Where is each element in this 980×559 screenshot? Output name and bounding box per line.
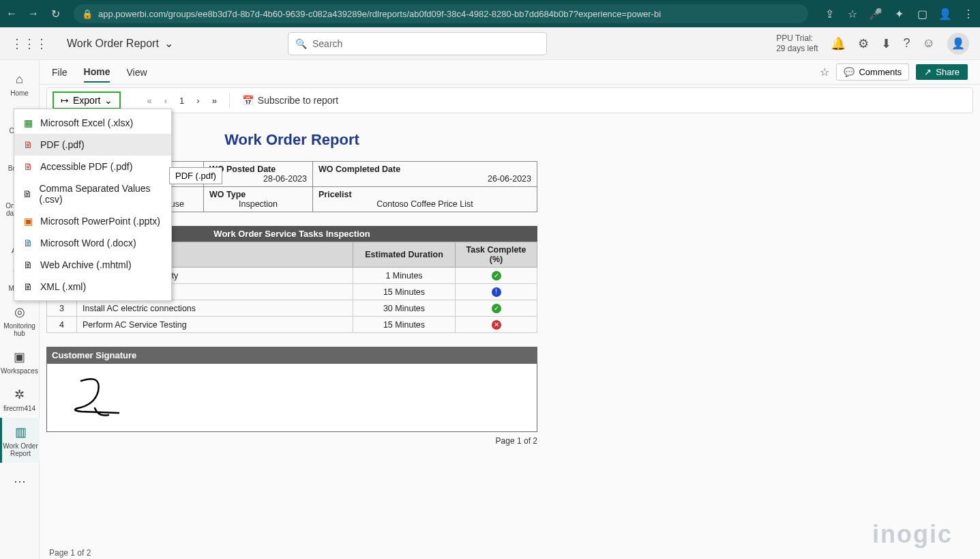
page-title[interactable]: Work Order Report ⌄: [67, 37, 173, 50]
pdf-icon: 🗎: [23, 139, 33, 150]
content-area: File Home View ☆ 💬Comments ↗Share ↦ Expo…: [40, 60, 980, 559]
rail-workspaces[interactable]: ▣Workspaces: [0, 343, 40, 380]
export-csv[interactable]: 🗎Comma Separated Values (.csv): [14, 177, 171, 210]
first-page-icon: «: [147, 96, 151, 106]
url-bar[interactable]: 🔒 app.powerbi.com/groups/ee8b3d7d-8b7d-4…: [74, 4, 808, 23]
favorite-star-icon[interactable]: ☆: [820, 66, 829, 78]
workspaces-icon: ▣: [0, 349, 40, 364]
prev-page-icon: ‹: [164, 96, 167, 106]
tooltip: PDF (.pdf): [169, 167, 222, 184]
check-icon: ✓: [492, 304, 501, 313]
reload-icon[interactable]: ↻: [49, 8, 61, 20]
web-archive-icon: 🗎: [23, 259, 33, 270]
settings-gear-icon[interactable]: ⚙: [858, 36, 869, 51]
inogic-watermark: inogic: [872, 520, 953, 549]
table-row: 3Install AC electric connections30 Minut…: [47, 300, 537, 317]
app-header: ⋮⋮⋮ Work Order Report ⌄ 🔍 Search PPU Tri…: [0, 27, 980, 60]
footer-page-info: Page 1 of 2: [49, 548, 91, 558]
help-icon[interactable]: ?: [904, 36, 910, 51]
pager: « ‹ 1 › »: [147, 96, 216, 106]
page-info: Page 1 of 2: [46, 436, 537, 446]
powerpoint-icon: ▣: [23, 216, 33, 227]
xml-icon: 🗎: [23, 281, 33, 292]
csv-icon: 🗎: [23, 188, 32, 199]
cross-icon: ✕: [492, 320, 501, 330]
tab-view[interactable]: View: [126, 63, 147, 82]
forward-icon[interactable]: →: [27, 8, 40, 20]
feedback-icon[interactable]: ☺: [923, 36, 935, 51]
signature-box: [46, 364, 537, 432]
export-docx[interactable]: 🗎Microsoft Word (.docx): [14, 232, 171, 254]
tab-file[interactable]: File: [52, 63, 68, 82]
word-icon: 🗎: [23, 238, 33, 248]
export-pptx[interactable]: ▣Microsoft PowerPoint (.pptx): [14, 210, 171, 232]
pdf-icon: 🗎: [23, 161, 33, 172]
tab-icon[interactable]: ▢: [916, 8, 928, 20]
last-page-icon[interactable]: »: [212, 96, 217, 106]
trial-info[interactable]: PPU Trial: 29 days left: [776, 33, 818, 53]
share-button[interactable]: ↗Share: [916, 64, 968, 80]
subscribe-button[interactable]: 📅 Subscribe to report: [242, 95, 338, 106]
separator: [229, 93, 230, 108]
signature-header: Customer Signature: [46, 347, 537, 364]
workspace-item-icon: ✲: [0, 387, 40, 402]
rail-monitoring[interactable]: ◎Monitoring hub: [0, 298, 40, 343]
url-text: app.powerbi.com/groups/ee8b3d7d-8b7d-4b6…: [98, 9, 661, 19]
export-label: Export: [73, 95, 100, 106]
export-accessible-pdf[interactable]: 🗎Accessible PDF (.pdf): [14, 156, 171, 177]
export-xlsx[interactable]: ▦Microsoft Excel (.xlsx): [14, 112, 171, 134]
export-menu: ▦Microsoft Excel (.xlsx) 🗎PDF (.pdf) 🗎Ac…: [14, 109, 172, 301]
avatar[interactable]: 👤: [947, 33, 969, 55]
share-page-icon[interactable]: ⇪: [823, 8, 835, 20]
page-title-text: Work Order Report: [67, 38, 159, 50]
download-icon[interactable]: ⬇: [881, 36, 891, 51]
monitor-icon: ◎: [0, 304, 40, 319]
bookmark-star-icon[interactable]: ☆: [846, 8, 859, 20]
back-icon[interactable]: ←: [5, 8, 18, 20]
comment-icon: 💬: [844, 67, 855, 77]
mic-icon[interactable]: 🎤: [870, 8, 882, 20]
export-pdf[interactable]: 🗎PDF (.pdf): [14, 134, 171, 156]
profile-icon[interactable]: 👤: [939, 8, 951, 20]
ellipsis-icon: ⋯: [0, 474, 40, 489]
check-icon: ✓: [492, 271, 501, 281]
export-icon: ↦: [61, 95, 69, 106]
extensions-icon[interactable]: ✦: [893, 8, 905, 20]
export-button[interactable]: ↦ Export ⌄: [53, 91, 121, 109]
chevron-down-icon: ⌄: [104, 95, 113, 106]
rail-work-order-report[interactable]: ▥Work Order Report: [0, 418, 40, 463]
rail-home[interactable]: ⌂Home: [0, 66, 40, 102]
lock-icon: 🔒: [82, 9, 93, 19]
search-icon: 🔍: [295, 38, 307, 49]
excel-icon: ▦: [23, 117, 33, 128]
kebab-menu-icon[interactable]: ⋮: [962, 8, 975, 20]
rail-more[interactable]: ⋯: [0, 467, 40, 497]
tab-home[interactable]: Home: [84, 62, 110, 83]
rail-firecrm[interactable]: ✲firecrm414: [0, 380, 40, 418]
browser-bar: ← → ↻ 🔒 app.powerbi.com/groups/ee8b3d7d-…: [0, 0, 980, 27]
app-launcher-icon[interactable]: ⋮⋮⋮: [11, 36, 48, 51]
share-icon: ↗: [924, 67, 932, 77]
export-xml[interactable]: 🗎XML (.xml): [14, 276, 171, 298]
info-icon: !: [492, 287, 501, 297]
report-icon: ▥: [2, 425, 40, 440]
search-input[interactable]: 🔍 Search: [288, 32, 547, 55]
subscribe-icon: 📅: [242, 95, 254, 106]
page-number[interactable]: 1: [179, 96, 184, 106]
search-placeholder: Search: [312, 38, 342, 49]
table-row: 4Perform AC Service Testing15 Minutes✕: [47, 317, 537, 333]
report-toolbar: ↦ Export ⌄ « ‹ 1 › » 📅 Subscribe to repo…: [46, 87, 973, 113]
home-icon: ⌂: [0, 72, 40, 87]
ribbon-tabs: File Home View ☆ 💬Comments ↗Share: [40, 60, 980, 85]
notifications-icon[interactable]: 🔔: [831, 36, 846, 51]
chevron-down-icon: ⌄: [164, 37, 173, 50]
comments-button[interactable]: 💬Comments: [836, 63, 909, 81]
next-page-icon[interactable]: ›: [196, 96, 199, 106]
export-mhtml[interactable]: 🗎Web Archive (.mhtml): [14, 254, 171, 276]
